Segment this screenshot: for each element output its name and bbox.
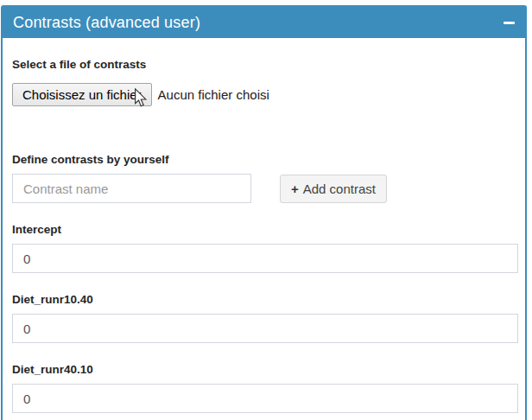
file-chosen-status: Aucun fichier choisi	[158, 87, 269, 102]
add-contrast-button[interactable]: + Add contrast	[280, 175, 387, 203]
panel-title: Contrasts (advanced user)	[13, 7, 200, 38]
coefficient-label-diet-runr10-40: Diet_runr10.40	[12, 292, 518, 307]
choose-file-button[interactable]: Choisissez un fichier	[12, 83, 152, 106]
minus-icon	[504, 22, 515, 24]
contrasts-panel: Contrasts (advanced user) Select a file …	[1, 5, 527, 420]
define-contrast-group: Define contrasts by yourself + Add contr…	[12, 152, 518, 203]
collapse-button[interactable]	[499, 13, 518, 32]
file-input-control: Choisissez un fichier Aucun fichier choi…	[12, 83, 518, 106]
coefficient-input-intercept[interactable]	[12, 244, 518, 273]
add-contrast-button-label: Add contrast	[303, 181, 376, 196]
coefficient-label-diet-runr40-10: Diet_runr40.10	[12, 362, 518, 377]
coefficient-group-diet-runr40-10: Diet_runr40.10	[12, 362, 518, 413]
coefficient-label-intercept: Intercept	[12, 222, 518, 237]
coefficient-group-diet-runr10-40: Diet_runr10.40	[12, 292, 518, 343]
file-input-group: Select a file of contrasts Choisissez un…	[12, 57, 518, 106]
panel-body: Select a file of contrasts Choisissez un…	[3, 38, 525, 413]
define-contrast-row: + Add contrast	[12, 174, 518, 203]
coefficient-input-diet-runr10-40[interactable]	[12, 314, 518, 343]
define-contrast-label: Define contrasts by yourself	[12, 152, 518, 167]
plus-icon: +	[291, 181, 299, 196]
contrast-name-input[interactable]	[12, 174, 251, 203]
file-input-label: Select a file of contrasts	[12, 57, 518, 72]
coefficient-input-diet-runr40-10[interactable]	[12, 384, 518, 413]
coefficient-group-intercept: Intercept	[12, 222, 518, 273]
panel-header: Contrasts (advanced user)	[3, 7, 525, 38]
